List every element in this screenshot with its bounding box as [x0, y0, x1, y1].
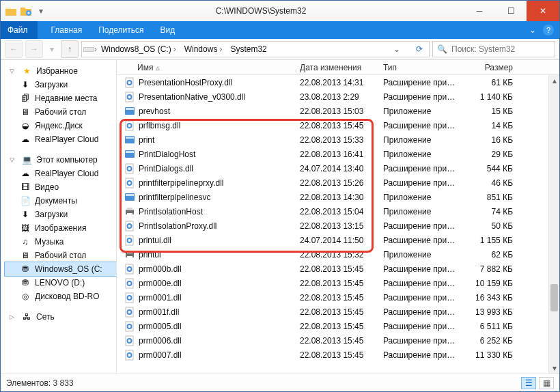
chevron-down-icon: ▽	[6, 154, 17, 165]
nav-history-dropdown[interactable]: ▾	[46, 40, 58, 58]
nav-favorites-header[interactable]: ▽ ★ Избранное	[5, 64, 116, 78]
minimize-button[interactable]: ─	[464, 1, 495, 21]
search-placeholder: Поиск: System32	[451, 44, 515, 54]
file-size: 13 993 КБ	[468, 307, 517, 317]
file-type: Расширение при…	[383, 92, 468, 102]
qat-dropdown-icon[interactable]: ▾	[35, 5, 47, 17]
file-size: 10 159 КБ	[468, 279, 517, 288]
nav-item-realplayer[interactable]: ☁RealPlayer Cloud	[5, 132, 116, 146]
file-icon	[124, 235, 136, 246]
column-header-type[interactable]: Тип	[383, 63, 468, 72]
file-row[interactable]: prm001f.dll22.08.2013 15:45Расширение пр…	[117, 305, 559, 319]
help-icon[interactable]: ?	[543, 25, 554, 36]
file-row[interactable]: PresentationNative_v0300.dll23.08.2013 2…	[117, 89, 559, 104]
nav-item-video[interactable]: 🎞Видео	[5, 180, 116, 194]
breadcrumb-segment[interactable]: Windows8_OS (C:) ›	[97, 44, 180, 54]
column-header-size[interactable]: Размер	[468, 63, 517, 72]
details-view-button[interactable]: ☰	[521, 377, 536, 389]
nav-forward-button[interactable]: →	[25, 40, 43, 58]
file-row[interactable]: printui22.08.2013 15:32Приложение62 КБ	[117, 247, 559, 262]
nav-network-header[interactable]: ▷ 🖧 Сеть	[5, 310, 116, 324]
scroll-down-icon[interactable]: ▾	[549, 363, 559, 374]
nav-computer-header[interactable]: ▽ 💻 Этот компьютер	[5, 153, 116, 167]
folder-small-icon	[5, 5, 17, 17]
nav-item-bdrom[interactable]: ◎Дисковод BD-RO	[5, 290, 116, 303]
nav-item-desktop2[interactable]: 🖥Рабочий стол	[5, 249, 116, 262]
file-row[interactable]: prm0006.dll22.08.2013 15:45Расширение пр…	[117, 333, 559, 348]
ribbon-expand-icon[interactable]: ⌄	[529, 25, 536, 35]
file-type: Расширение при…	[383, 178, 468, 188]
file-menu-button[interactable]: Файл	[1, 21, 38, 39]
nav-item-drive-d[interactable]: ⛃LENOVO (D:)	[5, 276, 116, 290]
breadcrumb-segment[interactable]: Windows ›	[180, 44, 227, 54]
maximize-button[interactable]: ☐	[495, 1, 527, 21]
file-row[interactable]: prm0005.dll22.08.2013 15:45Расширение пр…	[117, 319, 559, 333]
file-size: 1 155 КБ	[468, 236, 517, 245]
file-row[interactable]: prm0007.dll22.08.2013 15:45Расширение пр…	[117, 348, 559, 362]
svg-rect-14	[126, 151, 134, 153]
file-type: Приложение	[383, 207, 468, 216]
nav-item-documents[interactable]: 📄Документы	[5, 194, 116, 208]
nav-item-pictures[interactable]: 🖼Изображения	[5, 221, 116, 235]
svg-rect-22	[127, 208, 132, 210]
file-row[interactable]: PrintIsolationHost22.08.2013 15:04Прилож…	[117, 204, 559, 219]
close-button[interactable]: ✕	[527, 1, 559, 21]
file-row[interactable]: PrintDialogHost22.08.2013 16:41Приложени…	[117, 147, 559, 161]
file-name: print	[139, 135, 154, 145]
navigation-pane: ▽ ★ Избранное ⬇Загрузки 🗐Недавние места …	[1, 60, 117, 374]
ribbon-tab-view[interactable]: Вид	[152, 25, 183, 35]
file-row[interactable]: PrintDialogs.dll24.07.2014 13:40Расширен…	[117, 161, 559, 176]
ribbon-tab-home[interactable]: Главная	[43, 25, 91, 35]
breadcrumb-bar[interactable]: › Windows8_OS (C:) › Windows › System32 …	[81, 41, 430, 57]
file-icon	[124, 77, 136, 88]
file-icon	[124, 321, 136, 332]
nav-item-recent[interactable]: 🗐Недавние места	[5, 92, 116, 105]
file-row[interactable]: printfilterpipelineprxy.dll22.08.2013 15…	[117, 176, 559, 190]
nav-item-downloads[interactable]: ⬇Загрузки	[5, 78, 116, 92]
status-label: Элементов:	[6, 378, 51, 388]
file-type: Приложение	[383, 107, 468, 116]
nav-up-button[interactable]: ↑	[61, 40, 79, 58]
breadcrumb-dropdown-icon[interactable]: ⌄	[382, 44, 411, 54]
file-size: 6 252 КБ	[468, 336, 517, 346]
file-row[interactable]: printui.dll24.07.2014 11:50Расширение пр…	[117, 233, 559, 247]
file-row[interactable]: prflbmsg.dll22.08.2013 15:45Расширение п…	[117, 118, 559, 132]
vertical-scrollbar[interactable]: ▴ ▾	[548, 75, 559, 374]
nav-item-yandex[interactable]: ◒Яндекс.Диск	[5, 119, 116, 132]
file-name: printui	[139, 250, 161, 260]
breadcrumb-segment[interactable]: System32	[226, 44, 270, 54]
refresh-icon[interactable]: ⟳	[414, 44, 425, 55]
file-icon	[124, 206, 136, 217]
scroll-track[interactable]	[549, 86, 559, 363]
scroll-up-icon[interactable]: ▴	[549, 75, 559, 86]
file-row[interactable]: printfilterpipelinesvc22.08.2013 14:30Пр…	[117, 190, 559, 204]
file-row[interactable]: PrintIsolationProxy.dll22.08.2013 13:15Р…	[117, 219, 559, 233]
file-row[interactable]: print22.08.2013 15:33Приложение16 КБ	[117, 132, 559, 147]
nav-item-realplayer2[interactable]: ☁RealPlayer Cloud	[5, 167, 116, 180]
nav-back-button[interactable]: ←	[5, 40, 23, 58]
file-icon	[124, 178, 136, 188]
file-size: 1 140 КБ	[468, 92, 517, 102]
file-row[interactable]: prm0001.dll22.08.2013 15:45Расширение пр…	[117, 290, 559, 305]
file-row[interactable]: prm000b.dll22.08.2013 15:45Расширение пр…	[117, 262, 559, 276]
nav-item-drive-c[interactable]: ⛃Windows8_OS (C:	[5, 262, 116, 276]
column-header-date[interactable]: Дата изменения	[300, 63, 383, 72]
thumbnails-view-button[interactable]: ▦	[539, 377, 554, 389]
file-row[interactable]: PresentationHostProxy.dll22.08.2013 14:3…	[117, 75, 559, 89]
ribbon-tab-share[interactable]: Поделиться	[90, 25, 152, 35]
scroll-thumb[interactable]	[550, 284, 558, 311]
column-header-name[interactable]: Имя ▵	[124, 63, 300, 72]
nav-item-music[interactable]: ♫Музыка	[5, 235, 116, 249]
window-title: C:\WINDOWS\System32	[58, 6, 464, 16]
nav-item-desktop[interactable]: 🖥Рабочий стол	[5, 105, 116, 119]
new-folder-icon[interactable]	[20, 5, 32, 17]
file-type: Расширение при…	[383, 221, 468, 231]
nav-item-downloads2[interactable]: ⬇Загрузки	[5, 208, 116, 221]
file-row[interactable]: prevhost22.08.2013 15:03Приложение15 КБ	[117, 104, 559, 118]
file-name: prm000e.dll	[139, 279, 182, 288]
file-icon	[124, 249, 136, 260]
file-size: 29 КБ	[468, 150, 517, 159]
file-row[interactable]: prm000e.dll22.08.2013 15:45Расширение пр…	[117, 276, 559, 290]
search-box[interactable]: 🔍 Поиск: System32	[432, 41, 555, 57]
drive-icon: ⛃	[20, 277, 31, 288]
